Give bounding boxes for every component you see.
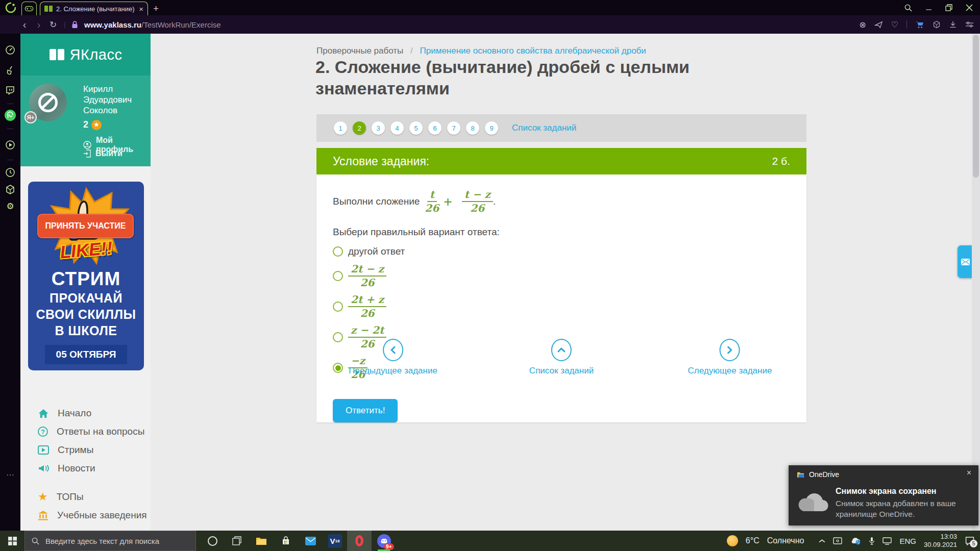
history-clock-icon[interactable] bbox=[0, 167, 20, 178]
opera-gx-taskbar-button[interactable] bbox=[347, 531, 372, 551]
gx-cleaner-icon[interactable] bbox=[0, 65, 20, 76]
weather-temp[interactable]: 6°C bbox=[746, 536, 760, 545]
task-pill-9[interactable]: 9 bbox=[485, 121, 498, 135]
logout-link[interactable]: Выйти bbox=[83, 149, 122, 158]
settings-gear-icon[interactable]: ⚙ bbox=[0, 202, 20, 211]
user-profile-panel: Я+ Кирилл Эдуардович Соколов 2 ★ Мой про… bbox=[20, 76, 151, 166]
breadcrumb-current-link[interactable]: Применение основного свойства алгебраиче… bbox=[420, 46, 646, 56]
lock-icon[interactable] bbox=[71, 20, 78, 29]
cortana-button[interactable] bbox=[200, 531, 225, 551]
forward-button[interactable]: › bbox=[32, 19, 46, 31]
opera-gx-logo-icon[interactable] bbox=[5, 2, 16, 13]
extensions-box-icon[interactable] bbox=[0, 184, 20, 195]
answer-option-2[interactable]: 2t + z26 bbox=[333, 293, 806, 320]
file-explorer-button[interactable] bbox=[249, 531, 274, 551]
settings-sliders-icon[interactable] bbox=[965, 21, 974, 28]
toolbar-menu-icon[interactable]: ⋮ bbox=[60, 21, 69, 29]
sidebar-item-streams[interactable]: Стримы bbox=[20, 441, 151, 459]
taskbar-search-input[interactable]: Введите здесь текст для поиска bbox=[24, 531, 196, 551]
radio-button[interactable] bbox=[333, 302, 343, 312]
discord-taskbar-button[interactable]: 9+ bbox=[372, 531, 396, 551]
sidebar-item-answers[interactable]: ? Ответы на вопросы bbox=[20, 422, 151, 441]
task-pill-4[interactable]: 4 bbox=[390, 121, 404, 135]
vegas-app-button[interactable]: V18 bbox=[323, 531, 347, 551]
task-pill-8[interactable]: 8 bbox=[466, 121, 479, 135]
radio-button[interactable] bbox=[333, 332, 343, 342]
download-icon[interactable] bbox=[949, 20, 957, 29]
start-button[interactable] bbox=[0, 531, 24, 551]
ad-cta-button[interactable]: ПРИНЯТЬ УЧАСТИЕ bbox=[37, 214, 134, 238]
stream-ad-banner[interactable]: LIKE!! СТРИМ ПРОКАЧАЙ СВОИ СКИЛЛЫ В ШКОЛ… bbox=[28, 182, 144, 370]
weather-sun-icon[interactable] bbox=[727, 535, 738, 546]
task-pill-2-active[interactable]: 2 bbox=[353, 121, 366, 135]
discord-icon: 9+ bbox=[377, 534, 391, 548]
onedrive-tray-icon[interactable] bbox=[850, 537, 861, 545]
notification-close-icon[interactable]: × bbox=[967, 468, 971, 478]
answer-option-1[interactable]: 2t − z26 bbox=[333, 262, 806, 290]
minimize-button[interactable] bbox=[925, 5, 932, 11]
exit-door-icon bbox=[83, 149, 91, 158]
task-view-button[interactable] bbox=[225, 531, 249, 551]
snooze-tabs-icon[interactable]: ⊗ bbox=[859, 20, 866, 30]
next-task-button[interactable]: Следующее задание bbox=[688, 339, 772, 376]
microsoft-store-button[interactable] bbox=[274, 531, 298, 551]
sidebar-item-schools[interactable]: Учебные заведения bbox=[20, 506, 151, 524]
feedback-mail-tab[interactable] bbox=[958, 245, 973, 278]
taskbar-clock[interactable]: 13:03 30.09.2021 bbox=[924, 533, 957, 549]
tab-close-icon[interactable]: × bbox=[139, 5, 143, 13]
scrollbar[interactable] bbox=[972, 34, 980, 531]
gx-control-icon[interactable] bbox=[0, 45, 20, 55]
gx-corner-tab[interactable] bbox=[21, 2, 37, 15]
language-indicator[interactable]: ENG bbox=[899, 537, 916, 545]
send-to-device-icon[interactable] bbox=[874, 21, 883, 29]
task-pill-1[interactable]: 1 bbox=[334, 121, 347, 135]
onedrive-notification[interactable]: OneDrive × Снимок экрана сохранен Снимок… bbox=[789, 465, 978, 525]
tasks-list-button[interactable]: Список заданий bbox=[529, 339, 594, 376]
sidebar-more-icon[interactable]: ⋯ bbox=[0, 470, 20, 480]
network-tray-icon[interactable] bbox=[883, 537, 892, 545]
whatsapp-icon[interactable] bbox=[0, 109, 20, 121]
back-button[interactable]: ‹ bbox=[17, 19, 32, 31]
maximize-button[interactable] bbox=[945, 4, 952, 11]
page-title: 2. Сложение (вычитание) дробей с целыми … bbox=[315, 56, 724, 99]
tablet-mode-icon[interactable] bbox=[833, 537, 842, 544]
radio-button-selected[interactable] bbox=[333, 363, 343, 373]
weather-condition[interactable]: Солнечно bbox=[767, 536, 804, 545]
megaphone-icon bbox=[38, 464, 49, 473]
new-tab-button[interactable]: + bbox=[153, 3, 159, 14]
yaklass-logo[interactable]: ЯКласс bbox=[20, 34, 151, 76]
close-window-button[interactable] bbox=[966, 4, 973, 11]
browser-tab[interactable]: 2. Сложение (вычитание) × bbox=[40, 2, 148, 15]
url-host[interactable]: www.yaklass.ru bbox=[84, 20, 141, 29]
radio-button[interactable] bbox=[333, 271, 343, 281]
action-center-button[interactable]: 5 bbox=[965, 537, 975, 545]
windows-taskbar: Введите здесь текст для поиска V18 9+ 6°… bbox=[0, 531, 980, 551]
breadcrumb-root[interactable]: Проверочные работы bbox=[316, 46, 403, 56]
sidebar-item-home[interactable]: Начало bbox=[20, 404, 151, 422]
person-icon bbox=[83, 141, 91, 149]
points-star-icon: ★ bbox=[91, 120, 102, 130]
url-path[interactable]: /TestWorkRun/Exercise bbox=[141, 20, 221, 29]
radio-button[interactable] bbox=[333, 246, 343, 257]
extensions-cube-icon[interactable] bbox=[933, 20, 941, 29]
previous-task-button[interactable]: Предыдущее задание bbox=[349, 339, 437, 376]
sidebar-item-news[interactable]: Новости bbox=[20, 459, 151, 478]
player-icon[interactable] bbox=[0, 140, 20, 150]
task-pill-6[interactable]: 6 bbox=[428, 121, 442, 135]
bookmark-heart-icon[interactable]: ♡ bbox=[891, 20, 898, 30]
mail-app-button[interactable] bbox=[298, 531, 323, 551]
task-pill-5[interactable]: 5 bbox=[409, 121, 423, 135]
browser-search-icon[interactable] bbox=[904, 4, 912, 12]
tasks-list-link[interactable]: Список заданий bbox=[512, 123, 576, 133]
task-pill-3[interactable]: 3 bbox=[372, 121, 385, 135]
answer-option-other[interactable]: другой ответ bbox=[333, 244, 806, 259]
scrollbar-thumb[interactable] bbox=[973, 35, 979, 178]
twitch-icon[interactable] bbox=[0, 86, 20, 95]
microphone-tray-icon[interactable] bbox=[869, 537, 875, 545]
tray-expand-icon[interactable] bbox=[819, 539, 825, 543]
shopping-cart-icon[interactable] bbox=[915, 20, 924, 29]
sidebar-item-tops[interactable]: ★ ТОПы bbox=[20, 488, 151, 506]
answer-submit-button[interactable]: Ответить! bbox=[333, 399, 398, 422]
task-pill-7[interactable]: 7 bbox=[447, 121, 460, 135]
reload-button[interactable]: ↻ bbox=[46, 19, 60, 30]
